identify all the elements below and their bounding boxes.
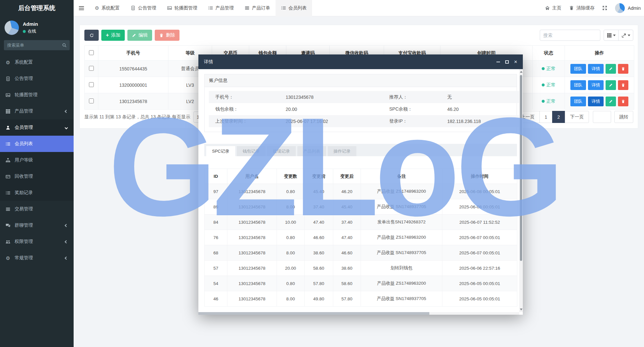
chevron-down-icon (65, 126, 68, 129)
chevron-left-icon (65, 240, 68, 243)
select-all-checkbox[interactable] (89, 50, 94, 55)
topnav-announcements[interactable]: 公告管理 (125, 0, 162, 16)
home-icon (545, 6, 550, 10)
col-actions: 操作 (565, 46, 634, 61)
tab-operation-records[interactable]: 操作记录 (328, 146, 356, 156)
page-jump-button[interactable]: 跳转 (614, 111, 633, 123)
info-label: 手机号： (209, 91, 279, 103)
sidebar-search-input[interactable] (4, 40, 70, 50)
row-checkbox[interactable] (89, 82, 94, 87)
tab-wallet-records[interactable]: 钱包记录 (237, 146, 265, 156)
sidebar-item-products[interactable]: 产品管理 (0, 103, 74, 119)
tab-withdraw-records[interactable]: 提现记录 (267, 146, 296, 156)
sidebar-item-permissions[interactable]: 权限管理 (0, 234, 74, 250)
hamburger-icon[interactable] (74, 0, 89, 16)
topnav-system-config[interactable]: ⚙ 系统配置 (89, 0, 125, 16)
close-icon[interactable]: × (514, 59, 517, 65)
cell-phone: 13200000001 (98, 77, 168, 93)
topbar: ⚙ 系统配置 公告管理 轮播图管理 产品管理 产品订单 会员列表 主页 清除缓存 (74, 0, 644, 16)
team-button[interactable]: 团队 (570, 97, 586, 106)
record-row: 89130123456788.0037.4045.40产品收益 SN174893… (205, 199, 517, 215)
sidebar-item-transactions[interactable]: 交易管理 (0, 201, 74, 217)
scroll-down-icon[interactable] (520, 309, 522, 310)
columns-toggle-button[interactable] (604, 30, 619, 41)
record-row: 97130123456780.8045.4046.20产品收益 ZS174896… (205, 184, 517, 199)
topnav-member-list[interactable]: 会员列表 (276, 0, 312, 16)
pencil-icon (609, 83, 613, 87)
row-edit-button[interactable] (606, 64, 616, 74)
pagination-next[interactable]: 下一页 (565, 111, 589, 123)
team-button[interactable]: 团队 (570, 80, 586, 90)
scroll-up-icon[interactable] (520, 71, 522, 73)
edit-button[interactable]: 编辑 (127, 30, 152, 41)
plus-icon: + (106, 33, 109, 38)
trash-icon (569, 6, 574, 10)
sidebar-item-rewards[interactable]: 奖励记录 (0, 185, 74, 201)
pagination-page-2[interactable]: 2 (552, 111, 565, 123)
record-tabs: SPC记录 钱包记录 提现记录 产品列表 操作记录 (204, 144, 517, 156)
sidebar-item-user-levels[interactable]: 用户等级 (0, 152, 74, 168)
scrollbar-thumb[interactable] (198, 312, 429, 315)
table-search-input[interactable] (540, 30, 600, 41)
row-checkbox[interactable] (89, 98, 94, 103)
col-phone: 手机号 (98, 46, 168, 61)
team-button[interactable]: 团队 (570, 64, 586, 74)
topnav-product-orders[interactable]: 产品订单 (239, 0, 276, 16)
pencil-icon (609, 67, 613, 71)
home-link[interactable]: 主页 (545, 5, 561, 11)
pencil-icon (609, 99, 613, 103)
gear-icon: ⚙ (95, 6, 99, 10)
refresh-icon (90, 33, 94, 38)
spc-records-table: ID 用户名 变更数 变更前 变更后 备注 操作时间 9713012345678… (204, 169, 517, 307)
sidebar-item-recycle[interactable]: 回收管理 (0, 168, 74, 185)
add-button[interactable]: + 添加 (101, 30, 125, 41)
sidebar-item-member-list[interactable]: 会员列表 (0, 136, 74, 152)
sidebar-item-group-chat[interactable]: 群聊管理 (0, 217, 74, 234)
sidebar-item-system-config[interactable]: ⚙ 系统配置 (0, 54, 74, 70)
row-edit-button[interactable] (606, 80, 616, 90)
row-delete-button[interactable] (618, 80, 628, 90)
caret-down-icon (613, 35, 616, 36)
pagination-page-1[interactable]: 1 (539, 111, 552, 123)
sidebar-item-general-settings[interactable]: ⚙ 常规管理 (0, 250, 74, 266)
row-checkbox[interactable] (89, 66, 94, 71)
modal-horizontal-scrollbar[interactable] (198, 312, 519, 315)
tab-spc-records[interactable]: SPC记录 (206, 146, 235, 156)
fullscreen-button[interactable] (602, 6, 607, 10)
sidebar-item-announcements[interactable]: 公告管理 (0, 70, 74, 87)
col-status: 状态 (533, 46, 565, 61)
sidebar-item-banners[interactable]: 轮播图管理 (0, 87, 74, 103)
grid-icon (5, 109, 11, 114)
detail-button[interactable]: 详情 (588, 80, 604, 90)
delete-button[interactable]: 删除 (155, 30, 179, 41)
modal-header[interactable]: 详情 × (198, 54, 523, 69)
export-button[interactable] (618, 30, 633, 41)
topbar-user[interactable]: Admin (615, 3, 641, 13)
row-delete-button[interactable] (618, 64, 628, 74)
refresh-button[interactable] (84, 30, 99, 41)
topnav-products[interactable]: 产品管理 (203, 0, 239, 16)
account-info-table: 手机号： 13012345678 推荐人： 无 钱包余额： 20.00 SPC余… (209, 91, 522, 127)
row-edit-button[interactable] (606, 97, 616, 106)
document-icon (5, 76, 11, 81)
cogs-icon: ⚙ (5, 256, 11, 261)
tab-product-list[interactable]: 产品列表 (297, 146, 326, 156)
trash-icon (159, 33, 164, 38)
row-delete-button[interactable] (618, 97, 628, 106)
scrollbar-thumb[interactable] (520, 75, 522, 261)
modal-vertical-scrollbar[interactable] (519, 69, 523, 312)
online-dot-icon (23, 30, 26, 33)
clear-cache-link[interactable]: 清除缓存 (569, 5, 594, 11)
info-row: 钱包余额： 20.00 SPC余额： 46.20 (209, 103, 522, 115)
bars-icon (245, 6, 250, 10)
minimize-icon[interactable] (496, 62, 500, 62)
detail-button[interactable]: 详情 (588, 64, 604, 74)
detail-button[interactable]: 详情 (588, 97, 604, 106)
maximize-icon[interactable] (505, 60, 509, 64)
sidebar-item-member-management[interactable]: 会员管理 (0, 119, 74, 136)
status-dot-icon (542, 100, 545, 103)
card-icon (5, 174, 11, 179)
topnav-banners[interactable]: 轮播图管理 (162, 0, 203, 16)
info-label: 推荐人： (383, 91, 441, 103)
page-jump-input[interactable] (593, 111, 611, 123)
